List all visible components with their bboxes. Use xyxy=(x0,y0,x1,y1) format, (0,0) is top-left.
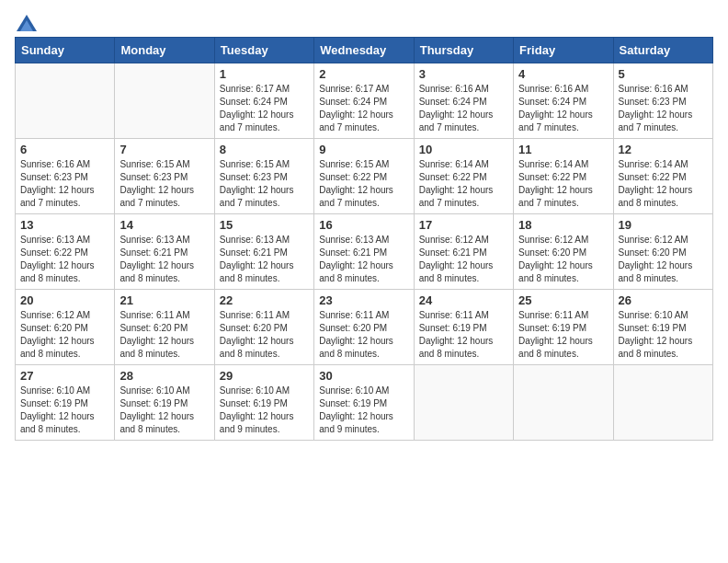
calendar-cell: 10Sunrise: 6:14 AM Sunset: 6:22 PM Dayli… xyxy=(414,139,513,214)
day-info: Sunrise: 6:17 AM Sunset: 6:24 PM Dayligh… xyxy=(220,83,309,134)
day-info: Sunrise: 6:11 AM Sunset: 6:20 PM Dayligh… xyxy=(319,309,408,361)
calendar-cell: 12Sunrise: 6:14 AM Sunset: 6:22 PM Dayli… xyxy=(613,139,712,214)
day-number: 27 xyxy=(20,369,109,383)
day-number: 26 xyxy=(619,293,708,307)
day-info: Sunrise: 6:11 AM Sunset: 6:19 PM Dayligh… xyxy=(419,309,508,361)
calendar-cell: 3Sunrise: 6:16 AM Sunset: 6:24 PM Daylig… xyxy=(414,63,513,139)
calendar-cell: 20Sunrise: 6:12 AM Sunset: 6:20 PM Dayli… xyxy=(16,290,115,365)
calendar-cell: 8Sunrise: 6:15 AM Sunset: 6:23 PM Daylig… xyxy=(214,139,313,214)
day-info: Sunrise: 6:13 AM Sunset: 6:21 PM Dayligh… xyxy=(220,234,309,285)
calendar-cell: 17Sunrise: 6:12 AM Sunset: 6:21 PM Dayli… xyxy=(414,214,513,290)
day-number: 8 xyxy=(220,143,309,156)
calendar-cell: 26Sunrise: 6:10 AM Sunset: 6:19 PM Dayli… xyxy=(613,290,712,365)
calendar-cell: 13Sunrise: 6:13 AM Sunset: 6:22 PM Dayli… xyxy=(16,214,115,290)
day-info: Sunrise: 6:11 AM Sunset: 6:19 PM Dayligh… xyxy=(518,309,608,361)
day-number: 18 xyxy=(518,218,608,232)
header xyxy=(15,15,713,28)
day-info: Sunrise: 6:10 AM Sunset: 6:19 PM Dayligh… xyxy=(119,385,209,436)
calendar-cell: 24Sunrise: 6:11 AM Sunset: 6:19 PM Dayli… xyxy=(414,290,513,365)
calendar-cell: 11Sunrise: 6:14 AM Sunset: 6:22 PM Dayli… xyxy=(514,139,613,214)
calendar-cell: 19Sunrise: 6:12 AM Sunset: 6:20 PM Dayli… xyxy=(613,214,712,290)
calendar-cell xyxy=(115,63,214,139)
day-number: 29 xyxy=(220,369,309,383)
day-number: 19 xyxy=(619,218,708,232)
day-info: Sunrise: 6:14 AM Sunset: 6:22 PM Dayligh… xyxy=(518,158,608,210)
day-number: 6 xyxy=(20,143,109,156)
day-number: 24 xyxy=(419,293,508,307)
day-number: 12 xyxy=(619,143,708,156)
calendar-cell: 27Sunrise: 6:10 AM Sunset: 6:19 PM Dayli… xyxy=(16,365,115,441)
calendar-cell xyxy=(16,63,115,139)
day-number: 7 xyxy=(119,143,209,156)
day-info: Sunrise: 6:16 AM Sunset: 6:24 PM Dayligh… xyxy=(518,83,608,134)
day-header-tuesday: Tuesday xyxy=(214,38,313,63)
day-number: 28 xyxy=(119,369,209,383)
day-info: Sunrise: 6:12 AM Sunset: 6:20 PM Dayligh… xyxy=(619,234,708,285)
day-number: 21 xyxy=(119,293,209,307)
day-info: Sunrise: 6:12 AM Sunset: 6:20 PM Dayligh… xyxy=(20,309,109,361)
calendar-cell xyxy=(613,365,712,441)
calendar-table: SundayMondayTuesdayWednesdayThursdayFrid… xyxy=(15,37,713,441)
day-header-thursday: Thursday xyxy=(414,38,513,63)
calendar-cell: 29Sunrise: 6:10 AM Sunset: 6:19 PM Dayli… xyxy=(214,365,313,441)
calendar-cell: 16Sunrise: 6:13 AM Sunset: 6:21 PM Dayli… xyxy=(314,214,414,290)
day-number: 16 xyxy=(319,218,408,232)
day-info: Sunrise: 6:17 AM Sunset: 6:24 PM Dayligh… xyxy=(319,83,408,134)
calendar-cell: 30Sunrise: 6:10 AM Sunset: 6:19 PM Dayli… xyxy=(314,365,414,441)
calendar-cell: 22Sunrise: 6:11 AM Sunset: 6:20 PM Dayli… xyxy=(214,290,313,365)
day-number: 17 xyxy=(419,218,508,232)
day-number: 1 xyxy=(220,67,309,81)
day-number: 25 xyxy=(518,293,608,307)
logo xyxy=(15,15,37,28)
day-number: 22 xyxy=(220,293,309,307)
day-number: 23 xyxy=(319,293,408,307)
day-number: 9 xyxy=(319,143,408,156)
calendar-cell: 28Sunrise: 6:10 AM Sunset: 6:19 PM Dayli… xyxy=(115,365,214,441)
calendar-cell: 2Sunrise: 6:17 AM Sunset: 6:24 PM Daylig… xyxy=(314,63,414,139)
day-info: Sunrise: 6:13 AM Sunset: 6:21 PM Dayligh… xyxy=(119,234,209,285)
day-header-wednesday: Wednesday xyxy=(314,38,414,63)
calendar-cell: 23Sunrise: 6:11 AM Sunset: 6:20 PM Dayli… xyxy=(314,290,414,365)
day-header-friday: Friday xyxy=(514,38,613,63)
day-info: Sunrise: 6:12 AM Sunset: 6:20 PM Dayligh… xyxy=(518,234,608,285)
day-header-saturday: Saturday xyxy=(613,38,712,63)
day-number: 11 xyxy=(518,143,608,156)
calendar-cell: 7Sunrise: 6:15 AM Sunset: 6:23 PM Daylig… xyxy=(115,139,214,214)
day-number: 13 xyxy=(20,218,109,232)
day-info: Sunrise: 6:10 AM Sunset: 6:19 PM Dayligh… xyxy=(20,385,109,436)
day-info: Sunrise: 6:14 AM Sunset: 6:22 PM Dayligh… xyxy=(619,158,708,210)
day-info: Sunrise: 6:14 AM Sunset: 6:22 PM Dayligh… xyxy=(419,158,508,210)
calendar-cell: 4Sunrise: 6:16 AM Sunset: 6:24 PM Daylig… xyxy=(514,63,613,139)
day-info: Sunrise: 6:13 AM Sunset: 6:21 PM Dayligh… xyxy=(319,234,408,285)
calendar-cell: 6Sunrise: 6:16 AM Sunset: 6:23 PM Daylig… xyxy=(16,139,115,214)
calendar-cell: 1Sunrise: 6:17 AM Sunset: 6:24 PM Daylig… xyxy=(214,63,313,139)
calendar-cell xyxy=(514,365,613,441)
calendar-cell: 14Sunrise: 6:13 AM Sunset: 6:21 PM Dayli… xyxy=(115,214,214,290)
day-number: 20 xyxy=(20,293,109,307)
calendar-cell xyxy=(414,365,513,441)
day-info: Sunrise: 6:15 AM Sunset: 6:23 PM Dayligh… xyxy=(220,158,309,210)
day-info: Sunrise: 6:16 AM Sunset: 6:23 PM Dayligh… xyxy=(619,83,708,134)
calendar-cell: 25Sunrise: 6:11 AM Sunset: 6:19 PM Dayli… xyxy=(514,290,613,365)
day-info: Sunrise: 6:12 AM Sunset: 6:21 PM Dayligh… xyxy=(419,234,508,285)
day-info: Sunrise: 6:10 AM Sunset: 6:19 PM Dayligh… xyxy=(319,385,408,436)
day-number: 5 xyxy=(619,67,708,81)
day-info: Sunrise: 6:10 AM Sunset: 6:19 PM Dayligh… xyxy=(220,385,309,436)
day-info: Sunrise: 6:13 AM Sunset: 6:22 PM Dayligh… xyxy=(20,234,109,285)
day-header-sunday: Sunday xyxy=(16,38,115,63)
day-info: Sunrise: 6:16 AM Sunset: 6:23 PM Dayligh… xyxy=(20,158,109,210)
day-number: 4 xyxy=(518,67,608,81)
logo-icon xyxy=(17,15,37,31)
day-info: Sunrise: 6:11 AM Sunset: 6:20 PM Dayligh… xyxy=(220,309,309,361)
calendar-cell: 18Sunrise: 6:12 AM Sunset: 6:20 PM Dayli… xyxy=(514,214,613,290)
day-number: 2 xyxy=(319,67,408,81)
day-info: Sunrise: 6:15 AM Sunset: 6:23 PM Dayligh… xyxy=(119,158,209,210)
day-info: Sunrise: 6:16 AM Sunset: 6:24 PM Dayligh… xyxy=(419,83,508,134)
calendar-cell: 21Sunrise: 6:11 AM Sunset: 6:20 PM Dayli… xyxy=(115,290,214,365)
day-info: Sunrise: 6:11 AM Sunset: 6:20 PM Dayligh… xyxy=(119,309,209,361)
calendar-cell: 9Sunrise: 6:15 AM Sunset: 6:22 PM Daylig… xyxy=(314,139,414,214)
day-number: 14 xyxy=(119,218,209,232)
day-info: Sunrise: 6:10 AM Sunset: 6:19 PM Dayligh… xyxy=(619,309,708,361)
day-number: 15 xyxy=(220,218,309,232)
day-header-monday: Monday xyxy=(115,38,214,63)
